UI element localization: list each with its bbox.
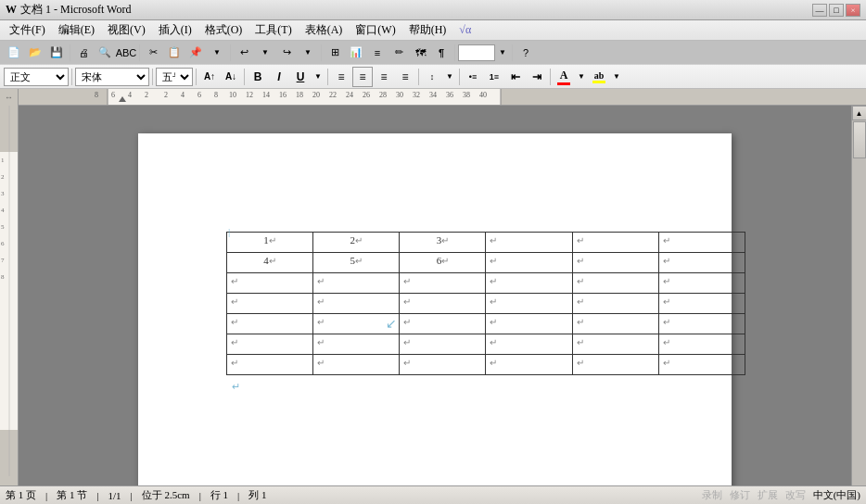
size-select[interactable]: 五号 <box>156 68 193 86</box>
table-cell[interactable]: ↵ <box>658 253 745 273</box>
scroll-thumb[interactable] <box>853 121 866 158</box>
paste-button[interactable]: 📌 <box>185 43 206 63</box>
new-button[interactable]: 📄 <box>4 43 24 63</box>
show-hide-button[interactable]: ¶ <box>431 43 452 63</box>
font-color-button[interactable]: A <box>554 67 574 87</box>
menu-format[interactable]: 格式(O) <box>199 21 248 39</box>
table-cell[interactable]: ↵ <box>227 314 313 334</box>
table-cell[interactable]: ↵ <box>486 334 572 355</box>
table-cell[interactable]: ↵ <box>227 355 313 375</box>
maximize-button[interactable]: □ <box>829 4 844 17</box>
decrease-indent-button[interactable]: ⇤ <box>505 67 526 87</box>
menu-formula[interactable]: √α <box>453 22 477 38</box>
table-cell[interactable]: ↵ <box>400 314 486 334</box>
table-cell[interactable]: ↵ <box>486 314 572 334</box>
zoom-dropdown[interactable]: ▼ <box>496 43 509 63</box>
table-cell[interactable]: ↵ <box>572 294 658 314</box>
table-cell[interactable]: ↵ <box>572 355 658 375</box>
menu-edit[interactable]: 编辑(E) <box>53 21 100 39</box>
bullets-button[interactable]: •≡ <box>463 67 483 87</box>
table-cell[interactable]: ↵ ↙ <box>313 314 400 334</box>
style-select[interactable]: 正文 <box>4 68 69 86</box>
menu-window[interactable]: 窗口(W) <box>350 21 401 39</box>
print-button[interactable]: 🖨 <box>73 43 94 63</box>
table-cell[interactable]: 6↵ <box>400 253 486 273</box>
align-right-button[interactable]: ≡ <box>374 67 394 87</box>
line-spacing-dropdown[interactable]: ▼ <box>443 67 456 87</box>
drawing-button[interactable]: ✏ <box>388 43 409 63</box>
table-cell[interactable]: 2↵ <box>313 233 400 253</box>
close-button[interactable]: × <box>846 4 860 17</box>
undo-button[interactable]: ↩ <box>234 43 254 63</box>
highlight-button[interactable]: ab <box>589 67 609 87</box>
table-cell[interactable]: ↵ <box>486 355 572 375</box>
table-cell[interactable]: ↵ <box>400 355 486 375</box>
increase-indent-button[interactable]: ⇥ <box>527 67 547 87</box>
scroll-track[interactable] <box>852 120 866 489</box>
table-cell[interactable]: ↵ <box>658 355 745 375</box>
table-cell[interactable]: 5↵ <box>313 253 400 273</box>
table-cell[interactable]: ↵ <box>486 233 572 253</box>
table-cell[interactable]: ↵ <box>486 273 572 294</box>
align-left-button[interactable]: ≡ <box>331 67 351 87</box>
menu-file[interactable]: 文件(F) <box>4 21 51 39</box>
scroll-up-button[interactable]: ▲ <box>852 106 867 120</box>
table-cell[interactable]: ↵ <box>572 233 658 253</box>
help-button[interactable]: ? <box>516 43 536 63</box>
print-preview-button[interactable]: 🔍 <box>95 43 115 63</box>
table-cell[interactable]: ↵ <box>227 294 313 314</box>
table-cell[interactable]: ↵ <box>658 273 745 294</box>
table-cell[interactable]: ↵ <box>400 294 486 314</box>
font-select[interactable]: 宋体 <box>75 68 149 86</box>
table-cell[interactable]: ↵ <box>486 294 572 314</box>
minimize-button[interactable]: — <box>812 4 827 17</box>
font-grow-button[interactable]: A↑ <box>199 67 220 87</box>
document-map-button[interactable]: 🗺 <box>410 43 430 63</box>
columns-button[interactable]: ≡ <box>367 43 388 63</box>
menu-help[interactable]: 帮助(H) <box>403 21 452 39</box>
insert-excel-button[interactable]: 📊 <box>346 43 366 63</box>
menu-table[interactable]: 表格(A) <box>299 21 349 39</box>
table-cell[interactable]: ↵ <box>400 334 486 355</box>
italic-button[interactable]: I <box>269 67 289 87</box>
insert-table-button[interactable]: ⊞ <box>325 43 345 63</box>
table-cell[interactable]: ↵ <box>658 233 745 253</box>
table-cell[interactable]: ↵ <box>227 273 313 294</box>
align-center-button[interactable]: ≡ <box>352 67 373 87</box>
table-cell[interactable]: 3↵ <box>400 233 486 253</box>
paste-special-button[interactable]: ▼ <box>207 43 227 63</box>
table-cell[interactable]: ↵ <box>658 334 745 355</box>
cut-button[interactable]: ✂ <box>143 43 163 63</box>
redo-button[interactable]: ↪ <box>276 43 297 63</box>
font-shrink-button[interactable]: A↓ <box>221 67 241 87</box>
zoom-input[interactable]: 100% <box>458 44 495 61</box>
numbering-button[interactable]: 1≡ <box>484 67 504 87</box>
spell-button[interactable]: ABC <box>116 43 136 63</box>
menu-insert[interactable]: 插入(I) <box>153 21 197 39</box>
table-cell[interactable]: 1↵ <box>227 233 313 253</box>
underline-button[interactable]: U <box>290 67 311 87</box>
justify-button[interactable]: ≡ <box>395 67 415 87</box>
table-cell[interactable]: ↵ <box>313 355 400 375</box>
menu-tools[interactable]: 工具(T) <box>249 21 297 39</box>
table-cell[interactable]: ↵ <box>313 294 400 314</box>
table-cell[interactable]: ↵ <box>572 273 658 294</box>
underline-dropdown[interactable]: ▼ <box>312 67 325 87</box>
bold-button[interactable]: B <box>248 67 268 87</box>
document-area[interactable]: | 1↵ 2↵ 3↵ ↵ ↵ <box>19 106 851 504</box>
table-cell[interactable]: ↵ <box>313 334 400 355</box>
font-color-dropdown[interactable]: ▼ <box>575 67 588 87</box>
copy-button[interactable]: 📋 <box>164 43 185 63</box>
vertical-scrollbar[interactable]: ▲ ▼ <box>851 106 866 504</box>
redo-dropdown[interactable]: ▼ <box>298 43 318 63</box>
open-button[interactable]: 📂 <box>25 43 45 63</box>
highlight-dropdown[interactable]: ▼ <box>610 67 623 87</box>
table-cell[interactable]: ↵ <box>486 253 572 273</box>
save-button[interactable]: 💾 <box>46 43 67 63</box>
table-cell[interactable]: ↵ <box>400 273 486 294</box>
table-cell[interactable]: ↵ <box>313 273 400 294</box>
table-cell[interactable]: ↵ <box>658 294 745 314</box>
table-cell[interactable]: ↵ <box>572 314 658 334</box>
menu-view[interactable]: 视图(V) <box>102 21 151 39</box>
line-spacing-button[interactable]: ↕ <box>422 67 442 87</box>
